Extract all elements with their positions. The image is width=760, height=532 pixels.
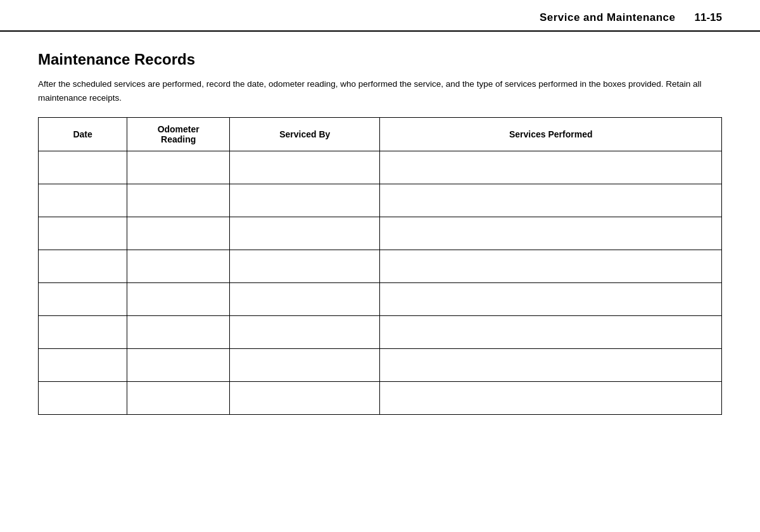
table-cell-row7-col3 [380, 382, 722, 415]
table-cell-row3-col2 [230, 250, 380, 283]
table-cell-row6-col1 [127, 349, 230, 382]
col-header-services-performed: Services Performed [380, 118, 722, 151]
table-cell-row7-col1 [127, 382, 230, 415]
table-header-row: Date OdometerReading Serviced By Service… [39, 118, 722, 151]
col-header-serviced-by: Serviced By [230, 118, 380, 151]
header-page-number: 11-15 [695, 11, 722, 24]
table-cell-row0-col2 [230, 151, 380, 184]
table-row [39, 349, 722, 382]
table-cell-row3-col1 [127, 250, 230, 283]
table-body [39, 151, 722, 415]
table-cell-row1-col1 [127, 184, 230, 217]
table-cell-row5-col3 [380, 316, 722, 349]
table-cell-row5-col1 [127, 316, 230, 349]
table-cell-row6-col3 [380, 349, 722, 382]
header-title: Service and Maintenance [540, 11, 676, 24]
table-cell-row4-col0 [39, 283, 127, 316]
table-cell-row7-col2 [230, 382, 380, 415]
table-cell-row1-col2 [230, 184, 380, 217]
description-text: After the scheduled services are perform… [38, 77, 722, 104]
table-cell-row6-col2 [230, 349, 380, 382]
table-cell-row5-col2 [230, 316, 380, 349]
table-cell-row2-col0 [39, 217, 127, 250]
table-cell-row2-col3 [380, 217, 722, 250]
table-cell-row5-col0 [39, 316, 127, 349]
table-cell-row0-col3 [380, 151, 722, 184]
table-cell-row4-col1 [127, 283, 230, 316]
col-header-odometer: OdometerReading [127, 118, 230, 151]
table-row [39, 316, 722, 349]
col-header-date: Date [39, 118, 127, 151]
table-cell-row2-col2 [230, 217, 380, 250]
table-row [39, 250, 722, 283]
table-cell-row6-col0 [39, 349, 127, 382]
table-cell-row0-col1 [127, 151, 230, 184]
table-row [39, 184, 722, 217]
table-row [39, 151, 722, 184]
table-cell-row3-col3 [380, 250, 722, 283]
table-cell-row1-col3 [380, 184, 722, 217]
page-container: Service and Maintenance 11-15 Maintenanc… [0, 0, 760, 532]
table-cell-row3-col0 [39, 250, 127, 283]
table-row [39, 217, 722, 250]
table-cell-row2-col1 [127, 217, 230, 250]
page-header: Service and Maintenance 11-15 [0, 0, 760, 32]
table-cell-row4-col3 [380, 283, 722, 316]
content-section: Maintenance Records After the scheduled … [0, 32, 760, 434]
maintenance-table: Date OdometerReading Serviced By Service… [38, 117, 722, 415]
table-cell-row7-col0 [39, 382, 127, 415]
table-row [39, 382, 722, 415]
table-cell-row0-col0 [39, 151, 127, 184]
table-row [39, 283, 722, 316]
section-title: Maintenance Records [38, 51, 722, 68]
table-cell-row1-col0 [39, 184, 127, 217]
table-cell-row4-col2 [230, 283, 380, 316]
